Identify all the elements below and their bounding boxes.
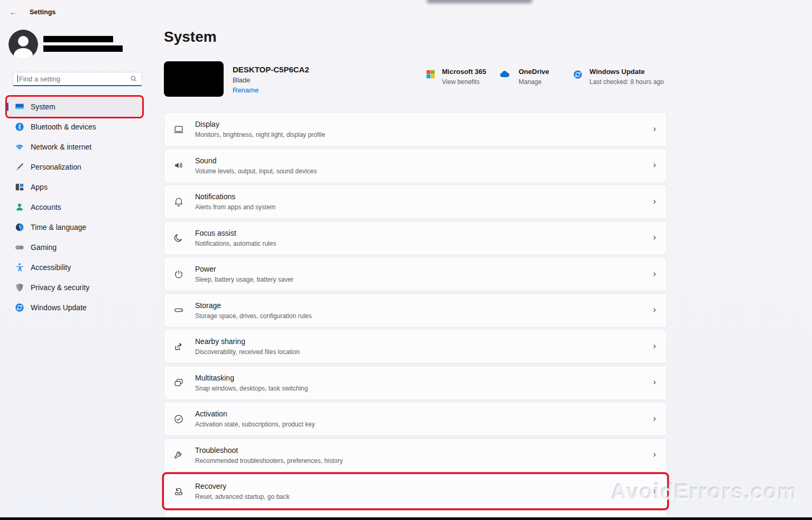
row-title: Activation	[195, 410, 315, 418]
quick-link-title: OneDrive	[519, 68, 549, 76]
settings-row-troubleshoot[interactable]: TroubleshootRecommended troubleshooters,…	[164, 438, 667, 472]
settings-row-power[interactable]: PowerSleep, battery usage, battery saver…	[164, 257, 667, 291]
chevron-right-icon: ›	[653, 196, 656, 207]
personalization-icon	[15, 162, 31, 172]
quick-link-subtitle: View benefits	[442, 78, 486, 86]
chevron-right-icon: ›	[653, 232, 656, 243]
chevron-right-icon: ›	[653, 268, 656, 279]
row-subtitle: Snap windows, desktops, task switching	[195, 385, 308, 392]
sidebar-item-label: System	[31, 103, 56, 111]
user-profile[interactable]	[8, 30, 123, 59]
settings-row-nearby-sharing[interactable]: Nearby sharingDiscoverability, received …	[164, 329, 667, 364]
sidebar-item-accounts[interactable]: Accounts	[7, 197, 142, 217]
row-title: Multitasking	[195, 374, 308, 382]
row-title: Troubleshoot	[195, 446, 343, 454]
chevron-right-icon: ›	[653, 124, 656, 134]
quick-link-title: Microsoft 365	[442, 68, 486, 76]
quick-links: Microsoft 365View benefitsOneDriveManage…	[426, 68, 669, 92]
chevron-right-icon: ›	[653, 413, 656, 424]
settings-row-notifications[interactable]: NotificationsAlerts from apps and system…	[164, 184, 667, 219]
sidebar-item-label: Network & internet	[31, 143, 91, 151]
sidebar-item-label: Bluetooth & devices	[31, 123, 96, 131]
sidebar-item-network-internet[interactable]: Network & internet	[7, 137, 142, 157]
text-cursor	[17, 75, 18, 82]
sidebar-item-time-language[interactable]: Time & language	[7, 217, 142, 237]
display-icon	[173, 124, 195, 135]
network-icon	[15, 142, 31, 152]
redaction-bar	[43, 45, 123, 52]
row-title: Sound	[195, 156, 317, 165]
nearby-sharing-icon	[173, 341, 195, 352]
search-box[interactable]	[13, 72, 142, 86]
row-text: Focus assistNotifications, automatic rul…	[195, 229, 276, 247]
chevron-right-icon: ›	[653, 377, 656, 387]
quick-link-onedrive[interactable]: OneDriveManage	[500, 68, 549, 86]
settings-row-sound[interactable]: SoundVolume levels, output, input, sound…	[164, 148, 667, 183]
sidebar-item-system[interactable]: System	[7, 97, 142, 117]
sidebar-item-label: Accessibility	[31, 263, 71, 272]
search-input[interactable]	[19, 75, 130, 83]
troubleshoot-icon	[173, 449, 195, 461]
row-subtitle: Activation state, subscriptions, product…	[195, 421, 315, 428]
settings-row-focus-assist[interactable]: Focus assistNotifications, automatic rul…	[164, 221, 667, 255]
microsoft-logo	[426, 70, 435, 79]
sidebar-item-windows-update[interactable]: Windows Update	[7, 298, 142, 318]
settings-row-activation[interactable]: ActivationActivation state, subscription…	[164, 402, 667, 436]
sidebar-nav: SystemBluetooth & devicesNetwork & inter…	[7, 97, 142, 318]
chevron-right-icon: ›	[653, 341, 656, 351]
row-subtitle: Volume levels, output, input, sound devi…	[195, 168, 317, 175]
quick-link-microsoft-365[interactable]: Microsoft 365View benefits	[426, 68, 486, 86]
quick-link-text: OneDriveManage	[519, 68, 549, 86]
sidebar-item-gaming[interactable]: Gaming	[7, 237, 142, 257]
chevron-right-icon: ›	[653, 449, 656, 460]
accessibility-icon	[15, 263, 31, 272]
sidebar-item-apps[interactable]: Apps	[7, 177, 142, 197]
selection-indicator	[7, 103, 8, 111]
settings-row-partial[interactable]	[164, 510, 667, 518]
settings-row-display[interactable]: DisplayMonitors, brightness, night light…	[164, 112, 667, 146]
chevron-right-icon: ›	[653, 304, 656, 315]
chevron-right-icon: ›	[653, 486, 656, 496]
quick-link-title: Windows Update	[589, 68, 664, 76]
settings-row-recovery[interactable]: RecoveryReset, advanced startup, go back…	[164, 474, 667, 508]
search-icon	[130, 75, 137, 82]
settings-row-storage[interactable]: StorageStorage space, drives, configurat…	[164, 293, 667, 328]
rename-link[interactable]: Rename	[233, 86, 309, 94]
quick-link-windows-update[interactable]: Windows UpdateLast checked: 8 hours ago	[573, 68, 664, 86]
redaction-smudge-top	[427, 0, 532, 3]
activation-icon	[173, 413, 195, 425]
sidebar-item-label: Gaming	[31, 243, 57, 252]
gaming-icon	[15, 243, 31, 252]
row-text: TroubleshootRecommended troubleshooters,…	[195, 446, 343, 465]
quick-link-text: Windows UpdateLast checked: 8 hours ago	[589, 68, 664, 86]
row-subtitle: Discoverability, received files location	[195, 348, 300, 356]
quick-link-subtitle: Manage	[519, 78, 549, 86]
chevron-right-icon: ›	[653, 160, 656, 170]
recovery-icon	[173, 486, 195, 497]
row-subtitle: Monitors, brightness, night light, displ…	[195, 131, 325, 138]
settings-rows: DisplayMonitors, brightness, night light…	[164, 112, 667, 518]
sidebar-item-label: Accounts	[31, 203, 61, 211]
device-name: DESKTOP-C5P6CA2	[233, 65, 309, 74]
row-text: DisplayMonitors, brightness, night light…	[195, 120, 325, 138]
settings-row-multitasking[interactable]: MultitaskingSnap windows, desktops, task…	[164, 366, 667, 400]
sound-icon	[173, 160, 195, 171]
row-title: Display	[195, 120, 325, 128]
focus-assist-icon	[173, 232, 195, 244]
row-text: StorageStorage space, drives, configurat…	[195, 301, 312, 320]
notifications-icon	[173, 196, 195, 208]
row-title: Storage	[195, 301, 312, 310]
redaction-bar	[43, 36, 113, 42]
apps-icon	[15, 182, 31, 192]
row-subtitle: Alerts from apps and system	[195, 203, 275, 211]
row-subtitle: Reset, advanced startup, go back	[195, 493, 290, 500]
sidebar-item-bluetooth-devices[interactable]: Bluetooth & devices	[7, 117, 142, 137]
row-text: Nearby sharingDiscoverability, received …	[195, 337, 300, 356]
sidebar: SystemBluetooth & devicesNetwork & inter…	[0, 0, 153, 520]
windows-update-icon	[15, 303, 31, 312]
sidebar-item-personalization[interactable]: Personalization	[7, 157, 142, 177]
row-subtitle: Storage space, drives, configuration rul…	[195, 312, 312, 320]
sidebar-item-privacy-security[interactable]: Privacy & security	[7, 277, 142, 298]
row-title: Power	[195, 265, 293, 273]
sidebar-item-accessibility[interactable]: Accessibility	[7, 257, 142, 277]
